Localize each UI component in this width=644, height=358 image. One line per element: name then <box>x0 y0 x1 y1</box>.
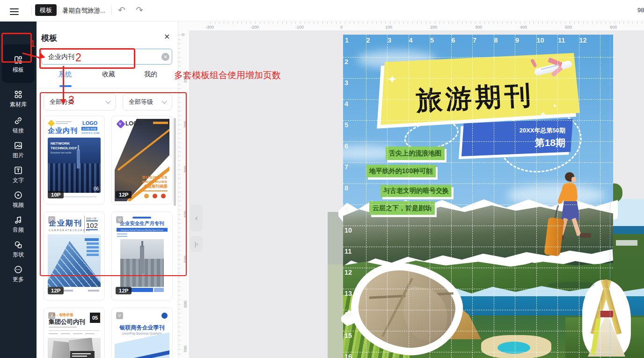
image-icon <box>14 141 23 150</box>
ruler-label: -300 <box>205 25 214 29</box>
music-note-icon <box>14 215 23 225</box>
sparkle-icon: ✦ <box>540 110 547 120</box>
ruler-label: 500 <box>565 25 572 29</box>
topic-label[interactable]: 舌尖上的流浪地图 <box>386 146 445 160</box>
close-icon[interactable]: ✕ <box>164 32 170 41</box>
ruler-label: 300 <box>475 25 482 29</box>
ruler-label: 700 <box>183 345 188 352</box>
thumb-photo <box>48 338 101 358</box>
top-bar: 模板 暑期自驾旅游... ↶ ↷ 98 <box>0 0 644 22</box>
design-editor-app: { "topbar": { "template_pill": "模板", "do… <box>0 0 644 358</box>
sidebar-item-text[interactable]: 文字 <box>0 163 37 187</box>
topic-label[interactable]: 地平线外的100种可能 <box>366 165 436 177</box>
ellipsis-icon <box>14 265 23 274</box>
video-icon <box>14 190 23 200</box>
menu-icon[interactable] <box>10 7 19 17</box>
watermark-v: V <box>48 312 55 319</box>
annotation-number-2: 2 <box>75 51 81 64</box>
thumb-number: 05 <box>90 313 100 323</box>
annotation-arrowhead-2 <box>60 99 66 105</box>
sidebar-item-video[interactable]: 视频 <box>0 188 37 212</box>
ruler-label: -200 <box>250 25 259 29</box>
link-icon <box>14 116 23 125</box>
footer-bar <box>154 288 164 292</box>
sidebar-item-images[interactable]: 图片 <box>0 139 37 162</box>
ruler-corner <box>178 21 190 31</box>
template-pill-button[interactable]: 模板 <box>35 4 57 16</box>
redo-icon[interactable]: ↷ <box>134 5 145 15</box>
ruler-label: 600 <box>183 300 188 307</box>
annotation-box-step3 <box>40 92 187 276</box>
ruler-label: 100 <box>385 25 392 29</box>
teepee-cutout <box>579 278 641 358</box>
panel-title: 模板 <box>41 33 57 44</box>
sidebar-item-more[interactable]: 更多 <box>0 263 37 286</box>
page-count-badge: 12P <box>116 287 132 294</box>
page-overflow-dimmed <box>328 212 343 264</box>
ruler-label: -100 <box>295 25 304 29</box>
sidebar-item-assets[interactable]: 素材库 <box>0 88 37 111</box>
divider <box>111 7 112 15</box>
template-card-unionpay-quarterly[interactable]: V 银联商务企业季刊 UnionPay Business Quarterly <box>111 307 173 358</box>
page-bleed-line <box>610 35 610 358</box>
sparkle-icon: ✦ <box>553 103 557 109</box>
sidebar-item-shapes[interactable]: 形状 <box>0 238 37 261</box>
watermark-v: V <box>116 312 123 319</box>
divider <box>37 88 178 88</box>
topic-label[interactable]: 与古老文明的暗号交换 <box>381 185 452 197</box>
clear-search-icon[interactable]: ✕ <box>161 53 169 61</box>
poster-page[interactable]: 20XX年总第50期 第18期 旅游期刊 ✦ ✦ ✦ <box>343 35 613 358</box>
left-sidebar: 模板 素材库 链接 图片 文字 视频 音频 形状 更多 <box>0 21 37 358</box>
topic-label[interactable]: 云层之下，皆是剧场 <box>369 201 435 215</box>
annotation-arrow-2 <box>63 66 64 100</box>
traveler-illustration <box>535 171 586 256</box>
divider <box>59 7 59 15</box>
issue-line1: 20XX年总第50期 <box>520 126 565 135</box>
sparkle-icon: ✦ <box>388 73 397 86</box>
sidebar-item-audio[interactable]: 音频 <box>0 213 37 236</box>
ruler-label: 0 <box>340 25 343 29</box>
ruler-label: 600 <box>610 25 617 29</box>
asset-library-icon <box>14 90 23 99</box>
template-card-group-neikan[interactable]: V 未来，创造价值 集团公司内刊 05 <box>44 307 105 358</box>
collapse-panel-button[interactable]: ‹ <box>190 205 203 231</box>
annotation-number-1: 1 <box>30 38 36 49</box>
ruler-label: 200 <box>430 25 437 29</box>
shapes-icon <box>14 240 23 249</box>
active-tab-underline <box>59 85 72 87</box>
undo-icon[interactable]: ↶ <box>116 5 127 15</box>
building <box>616 240 637 246</box>
poster-title: 旅游期刊 <box>415 77 535 119</box>
airplane-illustration <box>529 51 583 85</box>
tab-system[interactable]: 系统 <box>59 70 72 79</box>
annotation-note: 多套模板组合使用增加页数 <box>174 69 281 81</box>
annotation-number-3: 3 <box>68 94 74 107</box>
text-icon <box>14 166 23 175</box>
annotation-box-step1 <box>1 33 32 63</box>
unionpay-logo <box>161 313 168 319</box>
ruler-label: 400 <box>520 25 527 29</box>
poster-title-wrap[interactable]: 旅游期刊 <box>399 72 551 124</box>
horizontal-ruler[interactable]: -300-200-1000100200300400500600 <box>189 21 644 31</box>
thumb-brand: 银联商务企业季刊 <box>115 324 169 332</box>
collapse-to-edge-button[interactable]: |‹ <box>190 236 203 252</box>
annotation-box-step2 <box>39 48 135 69</box>
tab-favorites[interactable]: 收藏 <box>102 70 115 79</box>
page-count-badge: 12P <box>48 287 64 294</box>
tab-mine[interactable]: 我的 <box>144 70 157 79</box>
pool <box>498 342 530 354</box>
issue-line2: 第18期 <box>535 136 565 149</box>
sidebar-item-links[interactable]: 链接 <box>0 114 37 137</box>
zoom-percent[interactable]: 98 <box>637 7 644 14</box>
divider <box>31 7 32 15</box>
page-overflow-dimmed <box>328 264 343 358</box>
ruler-label: 0 <box>181 33 185 36</box>
document-title[interactable]: 暑期自驾旅游... <box>62 7 105 15</box>
issue-panel[interactable]: 20XX年总第50期 第18期 <box>461 119 573 156</box>
